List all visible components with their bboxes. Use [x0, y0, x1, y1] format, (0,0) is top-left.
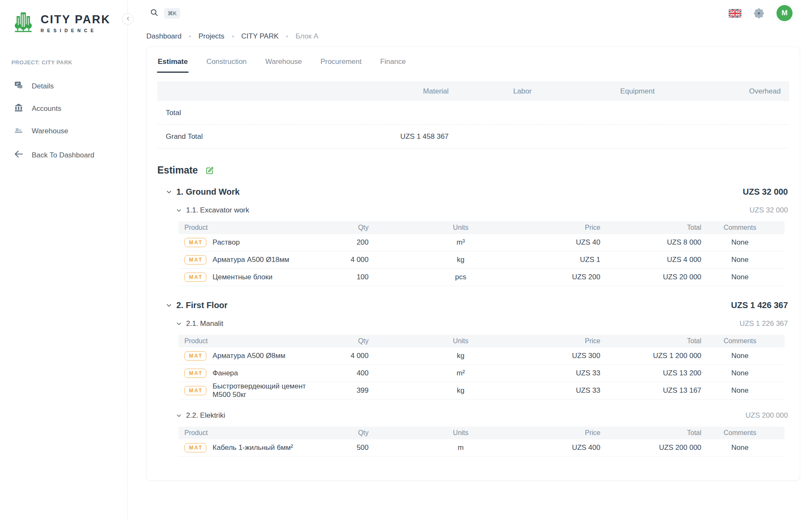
col-units: Units	[369, 224, 553, 231]
items-header-row: Product Qty Units Price Total Comments	[178, 427, 785, 439]
items-table-elektriki: Product Qty Units Price Total Comments M…	[178, 427, 785, 457]
tab-bar: Estimate Construction Warehouse Procurem…	[147, 47, 800, 73]
summary-grand-total-material: UZS 1 458 367	[350, 132, 449, 141]
estimate-section-first-floor: 2. First Floor UZS 1 426 367 2.1. Manali…	[147, 300, 800, 457]
city-park-logo-icon	[11, 10, 35, 36]
table-row[interactable]: MAT Арматура А500 Ø18мм 4 000 kg UZS 1 U…	[178, 251, 785, 269]
cell-qty: 400	[321, 369, 368, 377]
chevron-down-icon[interactable]	[176, 413, 182, 419]
sidebar-item-warehouse[interactable]: Warehouse	[11, 120, 119, 142]
sidebar-item-details[interactable]: Details	[11, 75, 119, 97]
cell-units: kg	[369, 352, 553, 360]
col-qty: Qty	[321, 337, 368, 345]
brand-logo[interactable]: CITY PARK RESIDENCE	[11, 10, 119, 36]
project-card: Estimate Construction Warehouse Procurem…	[146, 47, 800, 481]
table-row[interactable]: MAT Фанера 400 m² UZS 33 UZS 13 200 None	[178, 365, 785, 382]
product-name: Фанера	[213, 369, 238, 377]
material-badge: MAT	[184, 386, 206, 395]
summary-row-total: Total	[157, 101, 789, 125]
cell-qty: 100	[321, 273, 368, 281]
main-area: ⌘K	[128, 0, 812, 518]
col-qty: Qty	[321, 224, 368, 231]
summary-col-equipment: Equipment	[532, 87, 655, 96]
cell-price: UZS 40	[553, 238, 600, 247]
settings-gear-icon[interactable]	[753, 8, 765, 19]
cell-comments: None	[701, 444, 779, 452]
breadcrumb-projects[interactable]: Projects	[198, 32, 224, 41]
material-badge: MAT	[184, 369, 206, 378]
col-total: Total	[600, 429, 701, 437]
table-row[interactable]: MAT Раствор 200 m³ UZS 40 UZS 8 000 None	[178, 234, 785, 251]
cell-qty: 399	[321, 386, 368, 395]
subsection-header-manalit[interactable]: 2.1. Manalit UZS 1 226 367	[147, 320, 800, 328]
cell-units: kg	[369, 256, 553, 264]
section-title: 1. Ground Work	[176, 187, 240, 197]
arrow-left-icon	[14, 149, 24, 161]
material-badge: MAT	[184, 443, 206, 452]
col-comments: Comments	[701, 224, 779, 231]
topbar-right: M	[729, 5, 794, 21]
estimate-title: Estimate	[157, 165, 198, 176]
language-flag-uk-icon[interactable]	[729, 9, 741, 18]
cell-price: UZS 33	[553, 369, 600, 377]
sidebar-item-accounts[interactable]: Accounts	[11, 97, 119, 120]
tab-estimate[interactable]: Estimate	[157, 51, 189, 73]
breadcrumb-dashboard[interactable]: Dashboard	[146, 32, 181, 41]
breadcrumb-separator-dot	[232, 36, 234, 37]
cell-total: UZS 13 167	[600, 386, 701, 395]
topbar: ⌘K	[128, 0, 812, 26]
subsection-header-elektriki[interactable]: 2.2. Elektriki UZS 200 000	[147, 411, 800, 420]
col-price: Price	[553, 224, 600, 231]
subsection-total: UZS 32 000	[749, 206, 788, 215]
section-header[interactable]: 1. Ground Work UZS 32 000	[147, 187, 800, 197]
chevron-down-icon[interactable]	[166, 302, 172, 309]
col-comments: Comments	[701, 337, 779, 345]
breadcrumb-separator-dot	[286, 36, 288, 37]
cell-total: UZS 4 000	[600, 256, 701, 264]
user-avatar[interactable]: M	[776, 5, 793, 21]
subsection-title: 2.1. Manalit	[186, 320, 223, 328]
subsection-header-excavator-work[interactable]: 1.1. Excavator work UZS 32 000	[147, 206, 800, 215]
cell-comments: None	[701, 386, 779, 395]
col-units: Units	[369, 429, 553, 437]
cell-qty: 200	[321, 238, 368, 247]
table-row[interactable]: MAT Быстротвердеющий цемент М500 50кг 39…	[178, 382, 785, 400]
chevron-down-icon[interactable]	[176, 207, 182, 213]
product-name: Арматура А500 Ø18мм	[213, 256, 289, 264]
product-name: Цементные блоки	[213, 273, 273, 281]
section-total: UZS 1 426 367	[731, 300, 788, 310]
cell-qty: 4 000	[321, 256, 368, 264]
edit-estimate-icon[interactable]	[205, 166, 214, 175]
material-badge: MAT	[184, 255, 206, 265]
cell-comments: None	[701, 238, 779, 247]
tab-construction[interactable]: Construction	[206, 51, 247, 73]
sidebar: CITY PARK RESIDENCE PROJECT: CITY PARK D…	[0, 0, 128, 518]
cell-units: m²	[369, 369, 553, 377]
tab-warehouse[interactable]: Warehouse	[264, 51, 302, 73]
col-product: Product	[184, 337, 321, 345]
search-button[interactable]: ⌘K	[150, 8, 180, 19]
cell-qty: 4 000	[321, 352, 368, 360]
cell-price: UZS 1	[553, 256, 600, 264]
col-qty: Qty	[321, 429, 368, 437]
summary-header-row: Material Labor Equipment Overhead	[157, 81, 789, 101]
sidebar-item-back-to-dashboard[interactable]: Back To Dashboard	[11, 144, 119, 166]
col-total: Total	[600, 337, 701, 345]
chat-details-icon	[14, 80, 24, 92]
tab-finance[interactable]: Finance	[379, 51, 406, 73]
cell-units: m	[369, 444, 553, 452]
breadcrumb-city-park[interactable]: CITY PARK	[241, 32, 279, 41]
cell-comments: None	[701, 369, 779, 377]
cell-qty: 500	[321, 444, 368, 452]
tab-procurement[interactable]: Procurement	[320, 51, 362, 73]
chevron-down-icon[interactable]	[176, 321, 182, 327]
table-row[interactable]: MAT Цементные блоки 100 pcs UZS 200 UZS …	[178, 269, 785, 286]
section-header[interactable]: 2. First Floor UZS 1 426 367	[147, 300, 800, 310]
chevron-down-icon[interactable]	[166, 189, 172, 195]
estimate-section-ground-work: 1. Ground Work UZS 32 000 1.1. Excavator…	[147, 187, 800, 286]
breadcrumb-block-a: Блок А	[296, 32, 318, 41]
summary-row-label: Total	[166, 109, 350, 117]
table-row[interactable]: MAT Арматура А500 Ø8мм 4 000 kg UZS 300 …	[178, 347, 785, 365]
table-row[interactable]: MAT Кабель 1-жильный 6мм² 500 m UZS 400 …	[178, 439, 785, 457]
summary-col-overhead: Overhead	[655, 87, 781, 96]
